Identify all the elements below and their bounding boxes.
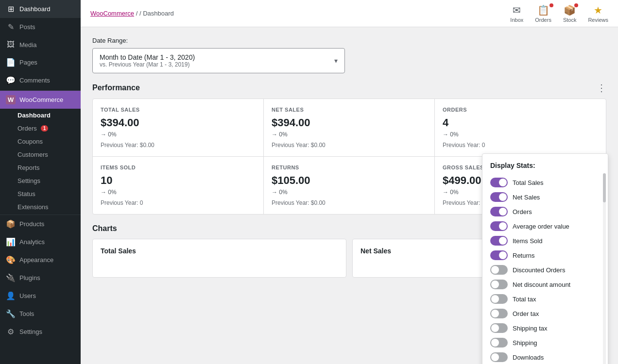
sidebar-item-analytics[interactable]: 📊 Analytics — [0, 233, 81, 251]
toggle-ds-shipping[interactable] — [490, 338, 508, 347]
breadcrumb-current: Dashboard — [143, 10, 174, 17]
sidebar-item-posts[interactable]: ✎ Posts — [0, 18, 81, 36]
stock-icon: 📦 — [564, 4, 576, 16]
stat-toggle-row-ds-items-sold: Items Sold — [490, 233, 600, 248]
performance-title: Performance — [92, 83, 140, 92]
sidebar-sub-woo-coupons[interactable]: Coupons — [0, 135, 81, 148]
products-icon: 📦 — [6, 219, 16, 229]
sidebar-item-label: Appearance — [19, 256, 53, 264]
sidebar-sub-woo-settings[interactable]: Settings — [0, 174, 81, 187]
topbar: WooCommerce / / Dashboard ✉ Inbox 📋 Orde… — [81, 0, 618, 27]
performance-menu-icon[interactable]: ⋮ — [597, 83, 606, 93]
stat-toggle-row-ds-discounted-orders: Discounted Orders — [490, 263, 600, 277]
toggle-ds-net-sales[interactable] — [490, 192, 508, 202]
perf-value: 10 — [101, 174, 256, 187]
sidebar-item-comments[interactable]: 💬 Comments — [0, 71, 81, 89]
toggle-ds-net-discount[interactable] — [490, 280, 508, 289]
sidebar-item-products[interactable]: 📦 Products — [0, 215, 81, 233]
sidebar-item-plugins[interactable]: 🔌 Plugins — [0, 269, 81, 287]
perf-change: → 0% — [272, 189, 427, 196]
perf-card-returns: RETURNS $105.00 → 0% Previous Year: $0.0… — [264, 157, 435, 214]
perf-change: → 0% — [272, 131, 427, 138]
toggle-ds-avg-order[interactable] — [490, 221, 508, 231]
toggle-ds-orders[interactable] — [490, 207, 508, 216]
toggle-ds-returns[interactable] — [490, 250, 508, 260]
inbox-icon: ✉ — [513, 4, 521, 16]
stat-label-ds-order-tax: Order tax — [513, 310, 539, 317]
toggle-ds-order-tax[interactable] — [490, 309, 508, 318]
sidebar-sub-woo-dashboard[interactable]: Dashboard — [0, 109, 81, 122]
sidebar-sub-woo-extensions[interactable]: Extensions — [0, 200, 81, 214]
sidebar-item-label: Users — [19, 292, 36, 299]
orders-icon: 📋 — [537, 4, 549, 16]
perf-change: → 0% — [101, 131, 256, 138]
sidebar-item-label: Media — [19, 41, 36, 49]
sidebar-item-settings[interactable]: ⚙ Settings — [0, 323, 81, 341]
breadcrumb-link[interactable]: WooCommerce — [90, 10, 134, 17]
stat-label-ds-items-sold: Items Sold — [513, 237, 542, 245]
perf-card-net-sales: NET SALES $394.00 → 0% Previous Year: $0… — [264, 99, 435, 157]
sidebar-sub-woo-reports[interactable]: Reports — [0, 161, 81, 174]
sidebar-item-label: Plugins — [19, 274, 40, 281]
stat-toggle-row-ds-avg-order: Average order value — [490, 219, 600, 233]
perf-label: ITEMS SOLD — [101, 165, 256, 170]
sidebar-item-dashboard[interactable]: ⊞ Dashboard — [0, 0, 81, 18]
sidebar-item-pages[interactable]: 📄 Pages — [0, 53, 81, 71]
content-area: Date Range: Month to Date (Mar 1 - 3, 20… — [81, 27, 618, 364]
sidebar-item-tools[interactable]: 🔧 Tools — [0, 305, 81, 323]
sidebar-sub-woo-customers[interactable]: Customers — [0, 148, 81, 161]
date-range-select[interactable]: Month to Date (Mar 1 - 3, 2020) vs. Prev… — [92, 48, 345, 73]
breadcrumb-separator: / — [136, 10, 138, 17]
sidebar-item-media[interactable]: 🖼 Media — [0, 36, 81, 53]
perf-prev: Previous Year: $0.00 — [272, 142, 427, 149]
sidebar: ⊞ Dashboard ✎ Posts 🖼 Media 📄 Pages 💬 Co… — [0, 0, 81, 364]
toggle-ds-total-sales[interactable] — [490, 178, 508, 187]
stat-label-ds-downloads: Downloads — [513, 354, 544, 361]
stats-toggles-container: Total SalesNet SalesOrdersAverage order … — [490, 175, 600, 364]
perf-value: $105.00 — [272, 174, 427, 187]
topbar-action-reviews[interactable]: ★ Reviews — [588, 4, 608, 23]
stat-toggle-row-ds-returns: Returns — [490, 248, 600, 263]
chevron-down-icon: ▾ — [334, 57, 338, 65]
toggle-ds-shipping-tax[interactable] — [490, 323, 508, 333]
sidebar-item-label: Tools — [19, 310, 34, 317]
stat-toggle-row-ds-total-sales: Total Sales — [490, 175, 600, 190]
orders-badge: 1 — [41, 125, 49, 132]
perf-prev: Previous Year: $0.00 — [272, 199, 427, 206]
reviews-label: Reviews — [588, 17, 608, 23]
sidebar-sub-woo-status[interactable]: Status — [0, 187, 81, 200]
toggle-ds-downloads[interactable] — [490, 352, 508, 362]
scrollbar-thumb[interactable] — [603, 173, 606, 202]
sidebar-item-label: Products — [19, 220, 44, 228]
toggle-ds-total-tax[interactable] — [490, 294, 508, 304]
perf-prev: Previous Year: $0.00 — [101, 142, 256, 149]
stat-toggle-row-ds-net-discount: Net discount amount — [490, 277, 600, 292]
sidebar-item-users[interactable]: 👤 Users — [0, 287, 81, 305]
tools-icon: 🔧 — [6, 309, 16, 318]
display-stats-panel: Display Stats: Total SalesNet SalesOrder… — [482, 153, 608, 364]
performance-section-header: Performance ⋮ — [92, 83, 606, 93]
stat-label-ds-shipping: Shipping — [513, 339, 537, 347]
topbar-action-orders[interactable]: 📋 Orders — [535, 4, 551, 23]
sidebar-item-appearance[interactable]: 🎨 Appearance — [0, 251, 81, 269]
topbar-action-inbox[interactable]: ✉ Inbox — [510, 4, 523, 23]
chart-card-title: Total Sales — [101, 247, 338, 255]
woo-icon: W — [6, 95, 16, 104]
stat-label-ds-net-discount: Net discount amount — [513, 281, 570, 288]
date-range-sub-text: vs. Previous Year (Mar 1 - 3, 2019) — [100, 61, 195, 68]
perf-label: ORDERS — [443, 107, 598, 113]
display-stats-title: Display Stats: — [490, 162, 600, 169]
posts-icon: ✎ — [6, 22, 16, 32]
toggle-ds-discounted-orders[interactable] — [490, 265, 508, 275]
scrollbar-track — [603, 173, 606, 364]
toggle-ds-items-sold[interactable] — [490, 236, 508, 246]
sidebar-item-label: Settings — [19, 328, 42, 335]
plugins-icon: 🔌 — [6, 273, 16, 282]
sidebar-sub-woo-orders[interactable]: Orders 1 — [0, 122, 81, 135]
topbar-actions: ✉ Inbox 📋 Orders 📦 Stock ★ Reviews — [510, 4, 608, 23]
settings-icon: ⚙ — [6, 327, 16, 336]
sidebar-item-woocommerce[interactable]: W WooCommerce — [0, 91, 81, 109]
stat-label-ds-total-tax: Total tax — [513, 296, 536, 303]
topbar-action-stock[interactable]: 📦 Stock — [563, 4, 577, 23]
orders-dot — [549, 3, 553, 7]
